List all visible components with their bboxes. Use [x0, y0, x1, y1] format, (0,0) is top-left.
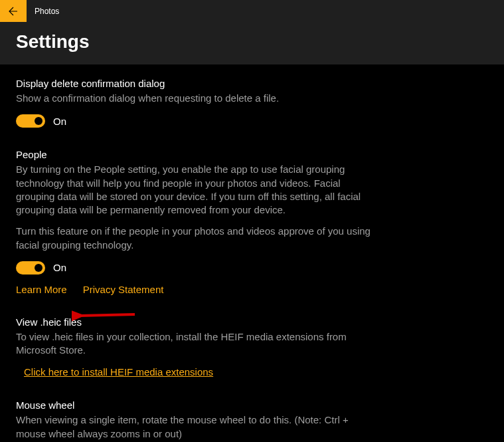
toggle-state-label: On	[53, 116, 66, 127]
install-heif-link[interactable]: Click here to install HEIF media extensi…	[24, 366, 213, 378]
section-people: People By turning on the People setting,…	[16, 149, 376, 295]
privacy-statement-link[interactable]: Privacy Statement	[83, 284, 164, 295]
section-description-extra: Turn this feature on if the people in yo…	[16, 225, 376, 252]
toggle-knob-icon	[35, 264, 42, 272]
toggle-row: On	[16, 261, 376, 275]
people-links: Learn More Privacy Statement	[16, 284, 376, 295]
learn-more-link[interactable]: Learn More	[16, 284, 67, 295]
section-description: To view .heic files in your collection, …	[16, 330, 376, 358]
app-title: Photos	[27, 0, 59, 22]
toggle-state-label: On	[53, 262, 66, 273]
back-arrow-icon	[8, 6, 19, 17]
back-button[interactable]	[0, 0, 27, 22]
section-mouse-wheel: Mouse wheel When viewing a single item, …	[16, 399, 376, 442]
section-title: Mouse wheel	[16, 399, 376, 411]
section-description: When viewing a single item, rotate the m…	[16, 413, 376, 441]
section-description: Show a confirmation dialog when requesti…	[16, 92, 376, 105]
toggle-row: On	[16, 114, 376, 128]
section-description: By turning on the People setting, you en…	[16, 163, 376, 217]
delete-confirm-toggle[interactable]	[16, 114, 45, 128]
section-heic: View .heic files To view .heic files in …	[16, 316, 376, 379]
page-header: Settings	[0, 22, 504, 64]
titlebar: Photos	[0, 0, 504, 22]
page-title: Settings	[16, 31, 488, 53]
toggle-knob-icon	[35, 117, 42, 125]
section-title: People	[16, 149, 376, 160]
section-title: Display delete confirmation dialog	[16, 78, 376, 89]
section-delete-confirmation: Display delete confirmation dialog Show …	[16, 78, 376, 128]
section-title: View .heic files	[16, 316, 376, 328]
people-toggle[interactable]	[16, 261, 45, 275]
settings-content: Display delete confirmation dialog Show …	[0, 64, 392, 442]
